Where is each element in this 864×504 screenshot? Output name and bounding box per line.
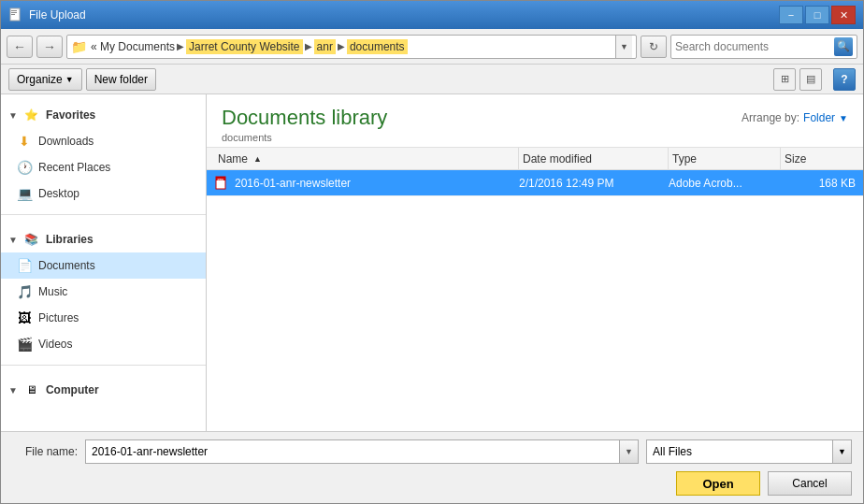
favorites-arrow-icon: ▼: [8, 110, 18, 121]
help-button[interactable]: ?: [833, 68, 856, 91]
chevron-2: ▶: [305, 41, 312, 51]
favorites-icon: ⭐: [23, 107, 40, 123]
arrange-by-label: Arrange by:: [742, 111, 799, 124]
organize-button[interactable]: Organize ▼: [8, 68, 82, 91]
sidebar-item-documents[interactable]: 📄 Documents: [1, 252, 206, 279]
desktop-icon: 💻: [16, 185, 33, 202]
address-crumbs: « My Documents ▶ Jarret County Website ▶…: [91, 39, 612, 54]
pdf-file-icon: PDF: [214, 176, 229, 191]
sidebar-item-pictures[interactable]: 🖼 Pictures: [1, 305, 206, 331]
address-prefix: « My Documents: [91, 40, 175, 53]
filetype-value: All Files: [653, 445, 692, 458]
sidebar-item-recent-places[interactable]: 🕐 Recent Places: [1, 154, 206, 180]
svg-rect-3: [11, 14, 15, 15]
chevron-1: ▶: [177, 41, 184, 51]
new-folder-button[interactable]: New folder: [86, 68, 156, 91]
address-bar[interactable]: 📁 « My Documents ▶ Jarret County Website…: [66, 35, 637, 59]
favorites-header[interactable]: ▼ ⭐ Favorites: [1, 102, 206, 128]
arrange-by: Arrange by: Folder ▼: [742, 111, 848, 124]
filename-input[interactable]: 2016-01-anr-newsletter: [85, 439, 620, 464]
favorites-section: ▼ ⭐ Favorites ⬇ Downloads 🕐 Recent Place…: [1, 94, 206, 210]
sidebar-item-videos[interactable]: 🎬 Videos: [1, 331, 206, 357]
libraries-arrow-icon: ▼: [8, 235, 18, 245]
view-options-button[interactable]: ⊞: [773, 68, 796, 91]
file-type: Adobe Acrob...: [669, 177, 781, 190]
col-header-name[interactable]: Name ▲: [214, 148, 519, 169]
open-button[interactable]: Open: [676, 471, 760, 496]
col-size-label: Size: [785, 152, 806, 166]
filetype-select[interactable]: All Files: [646, 439, 833, 464]
svg-rect-1: [11, 10, 17, 11]
view-list-button[interactable]: ▤: [799, 68, 822, 91]
arrange-by-value[interactable]: Folder: [803, 111, 835, 124]
organize-label: Organize: [17, 73, 63, 86]
svg-text:PDF: PDF: [218, 178, 225, 181]
computer-header[interactable]: ▼ 🖥 Computer: [1, 377, 206, 403]
col-header-type[interactable]: Type: [669, 148, 781, 169]
file-upload-dialog: File Upload − □ ✕ ← → 📁 « My Documents ▶…: [0, 0, 864, 504]
sidebar-item-downloads[interactable]: ⬇ Downloads: [1, 128, 206, 154]
col-type-label: Type: [672, 152, 697, 166]
col-header-date[interactable]: Date modified: [519, 148, 669, 169]
bottom-bar: File name: 2016-01-anr-newsletter ▼ All …: [1, 431, 863, 503]
toolbar2-right: ⊞ ▤ ?: [773, 68, 856, 91]
forward-button[interactable]: →: [36, 36, 63, 58]
library-subtitle: documents: [222, 132, 387, 143]
organize-toolbar: Organize ▼ New folder ⊞ ▤ ?: [1, 65, 863, 94]
library-info: Documents library documents: [222, 106, 387, 143]
col-date-label: Date modified: [523, 152, 592, 166]
pictures-icon: 🖼: [16, 310, 33, 326]
sidebar-item-music[interactable]: 🎵 Music: [1, 279, 206, 305]
search-input[interactable]: [675, 40, 831, 53]
filename-dropdown-button[interactable]: ▼: [620, 439, 639, 464]
sidebar-divider-1: [1, 214, 206, 215]
recent-places-icon: 🕐: [16, 159, 33, 176]
filename-label: File name:: [12, 445, 78, 458]
favorites-label: Favorites: [46, 108, 95, 122]
sidebar-documents-label: Documents: [38, 259, 95, 272]
file-name: 2016-01-anr-newsletter: [235, 177, 519, 190]
computer-icon: 🖥: [23, 382, 40, 398]
chevron-3: ▶: [338, 41, 345, 51]
refresh-button[interactable]: ↻: [641, 36, 667, 58]
sidebar-item-desktop[interactable]: 💻 Desktop: [1, 180, 206, 207]
sort-arrow-icon: ▲: [253, 154, 262, 164]
computer-section: ▼ 🖥 Computer: [1, 369, 206, 407]
col-header-size[interactable]: Size: [781, 148, 856, 169]
libraries-header[interactable]: ▼ 📚 Libraries: [1, 226, 206, 252]
col-name-label: Name: [218, 152, 248, 166]
sidebar-downloads-label: Downloads: [38, 135, 94, 148]
new-folder-label: New folder: [94, 73, 148, 86]
maximize-button[interactable]: □: [805, 6, 829, 24]
file-list: Name ▲ Date modified Type Size: [207, 148, 863, 431]
filetype-dropdown-button[interactable]: ▼: [833, 439, 852, 464]
address-seg-3: documents: [347, 39, 408, 54]
address-seg-1: Jarret County Website: [186, 39, 303, 54]
close-button[interactable]: ✕: [831, 6, 856, 24]
action-row: Open Cancel: [12, 471, 852, 496]
title-controls: − □ ✕: [779, 6, 856, 24]
minimize-button[interactable]: −: [779, 6, 803, 24]
library-title: Documents library: [222, 106, 387, 130]
file-row[interactable]: PDF 2016-01-anr-newsletter 2/1/2016 12:4…: [207, 170, 863, 196]
address-dropdown-button[interactable]: ▼: [615, 36, 632, 58]
downloads-icon: ⬇: [16, 133, 33, 150]
file-list-header: Name ▲ Date modified Type Size: [207, 148, 863, 170]
filename-input-group: 2016-01-anr-newsletter ▼: [85, 439, 639, 464]
music-icon: 🎵: [16, 283, 33, 300]
body-area: ▼ ⭐ Favorites ⬇ Downloads 🕐 Recent Place…: [1, 94, 863, 431]
main-content: Documents library documents Arrange by: …: [207, 94, 863, 431]
organize-chevron-icon: ▼: [65, 75, 74, 84]
back-button[interactable]: ←: [7, 36, 33, 58]
cancel-button[interactable]: Cancel: [768, 471, 852, 496]
title-bar: File Upload − □ ✕: [1, 1, 863, 29]
title-bar-left: File Upload: [8, 7, 86, 22]
sidebar-pictures-label: Pictures: [38, 311, 79, 324]
address-icon: 📁: [71, 39, 87, 54]
filename-row: File name: 2016-01-anr-newsletter ▼ All …: [12, 439, 852, 464]
search-button[interactable]: 🔍: [834, 37, 853, 56]
computer-arrow-icon: ▼: [8, 385, 18, 396]
sidebar-videos-label: Videos: [38, 338, 72, 351]
arrange-chevron-icon: ▼: [839, 113, 848, 123]
videos-icon: 🎬: [16, 336, 33, 353]
